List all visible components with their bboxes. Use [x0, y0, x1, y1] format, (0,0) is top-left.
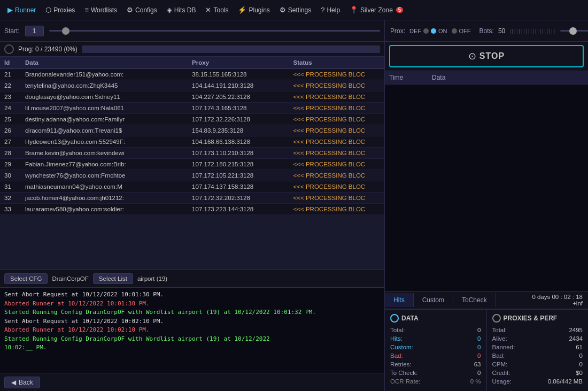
- table-row[interactable]: 23 douglasayu@yahoo.com:Sidney11 104.227…: [0, 91, 384, 103]
- back-button[interactable]: ◀ ◀ Back Back: [4, 377, 40, 388]
- stop-button[interactable]: ⊙ STOP: [458, 46, 515, 66]
- data-stats-panel: DATA Total: 0 Hits: 0 Custom: 0 Bad: 0: [385, 310, 487, 391]
- table-row[interactable]: 29 Fabian.Jimenez77@yahoo.com:Brib: 107.…: [0, 159, 384, 170]
- tab-custom[interactable]: Custom: [414, 293, 453, 307]
- proxy-off-label[interactable]: OFF: [459, 28, 471, 34]
- proxy-on-label[interactable]: ON: [438, 28, 447, 34]
- table-row[interactable]: 26 ciracom911@yahoo.com:Trevani1$ 154.83…: [0, 125, 384, 136]
- table-scroll-wrapper[interactable]: Id Data Proxy Status 21 Brandonalexander…: [0, 57, 384, 269]
- silverzone-badge: 5: [396, 7, 404, 13]
- stat-retries: Retries: 63: [390, 361, 481, 367]
- cell-data: lil.mouse2007@yahoo.com:Nala061: [21, 103, 188, 114]
- col-header-status: Status: [289, 57, 384, 69]
- start-slider[interactable]: [49, 30, 380, 32]
- col-header-id: Id: [0, 57, 21, 69]
- stat-retries-value: 63: [474, 361, 481, 367]
- nav-help[interactable]: ? Help: [316, 4, 344, 16]
- tab-hits[interactable]: Hits: [385, 293, 414, 307]
- cell-proxy: 107.172.180.215:3128: [188, 159, 289, 170]
- bots-row: Prox: DEF ON OFF Bots: 50 ||||||||||||||…: [385, 20, 588, 42]
- timer-line2: +inf: [572, 300, 583, 306]
- cell-proxy: 107.172.32.226:3128: [188, 114, 289, 125]
- nav-configs[interactable]: ⚙ Configs: [122, 4, 161, 16]
- nav-plugins[interactable]: ⚡ Plugins: [234, 4, 274, 16]
- cell-id: 31: [0, 181, 21, 193]
- stat-ocr-label: OCR Rate:: [390, 378, 420, 385]
- stat-hits: Hits: 0: [390, 335, 481, 342]
- cell-id: 25: [0, 114, 21, 125]
- tab-tocheck[interactable]: ToCheck: [453, 293, 496, 307]
- stat-bad: Bad: 0: [390, 352, 481, 359]
- nav-hitsdb[interactable]: ◈ Hits DB: [163, 4, 200, 16]
- perf-cpm-label: CPM:: [492, 361, 508, 367]
- cell-status: <<< PROCESSING BLOC: [289, 91, 384, 103]
- table-row[interactable]: 25 destiny.adanna@yahoo.com:Familyr 107.…: [0, 114, 384, 125]
- proxy-def-label[interactable]: DEF: [409, 28, 421, 34]
- log-area: Sent Abort Request at 10/12/2022 10:01:3…: [0, 287, 384, 373]
- cell-id: 21: [0, 69, 21, 80]
- help-icon: ?: [321, 6, 324, 14]
- select-list-button[interactable]: Select List: [93, 273, 133, 284]
- perf-alive: Alive: 2434: [492, 335, 583, 342]
- main-layout: Start: Prog: 0 / 23490 (0%) Id Dat: [0, 20, 588, 391]
- cell-id: 24: [0, 103, 21, 114]
- controls-bar: Start:: [0, 20, 384, 42]
- stat-bad-label: Bad:: [390, 352, 403, 359]
- data-stats-header: DATA: [390, 314, 481, 323]
- perf-credit-label: Credit:: [492, 370, 510, 376]
- bots-count-label: Bots:: [479, 27, 494, 35]
- nav-tools[interactable]: ✕ Tools: [201, 4, 233, 16]
- cell-proxy: 104.227.205.22:3128: [188, 91, 289, 103]
- proxy-off-dot: [452, 28, 457, 34]
- cell-data: Fabian.Jimenez77@yahoo.com:Brib:: [21, 159, 188, 170]
- table-row[interactable]: 24 lil.mouse2007@yahoo.com:Nala061 107.1…: [0, 103, 384, 114]
- bottom-toolbar: Select CFG DrainCorpOF Select List airpo…: [0, 269, 384, 287]
- table-row[interactable]: 27 Hydeowen13@yahoo.com:552949F: 104.168…: [0, 136, 384, 148]
- table-row[interactable]: 32 jacob.homer4@yahoo.com:jh01212: 107.1…: [0, 193, 384, 204]
- table-row[interactable]: 33 lauraramev580@yahoo.com:soldier: 107.…: [0, 204, 384, 215]
- table-row[interactable]: 31 mathiasneumann04@yahoo.com:M 107.174.…: [0, 181, 384, 193]
- table-row[interactable]: 22 tenytelina@yahoo.com:ZhqK3445 104.144…: [0, 80, 384, 91]
- select-cfg-button[interactable]: Select CFG: [4, 273, 48, 284]
- progress-bar-outer: [82, 45, 380, 53]
- cell-proxy: 107.174.3.165:3128: [188, 103, 289, 114]
- table-row[interactable]: 28 Brame.kevin@yahoo.com:kevindewi 107.1…: [0, 148, 384, 159]
- nav-silverzone[interactable]: 📍 Silver Zone 5: [345, 4, 407, 16]
- progress-text: Prog: 0 / 23490 (0%): [18, 45, 78, 53]
- perf-credit: Credit: $0: [492, 370, 583, 376]
- table-row[interactable]: 30 wynchester76@yahoo.com:Frnchtoe 107.1…: [0, 170, 384, 181]
- runner-icon: ▶: [7, 6, 13, 14]
- cell-id: 22: [0, 80, 21, 91]
- cell-status: <<< PROCESSING BLOC: [289, 148, 384, 159]
- cell-status: <<< PROCESSING BLOC: [289, 170, 384, 181]
- stop-circle-icon: ⊙: [468, 50, 476, 62]
- start-input[interactable]: [25, 26, 44, 36]
- config-name-label: DrainCorpOF: [52, 275, 88, 282]
- stat-ocr-value: 0 %: [470, 378, 481, 385]
- cell-data: wynchester76@yahoo.com:Frnchtoe: [21, 170, 188, 181]
- hitsdb-icon: ◈: [167, 6, 172, 14]
- cell-data: Brandonalexander151@yahoo.com:: [21, 69, 188, 80]
- log-entry: Started Running Config DrainCorpOF with …: [4, 335, 380, 344]
- nav-wordlists[interactable]: ≡ Wordlists: [80, 4, 121, 16]
- bots-label: Prox:: [390, 27, 405, 35]
- bots-slider[interactable]: [560, 30, 588, 32]
- cell-data: ciracom911@yahoo.com:Trevani1$: [21, 125, 188, 136]
- stat-retries-label: Retries:: [390, 361, 412, 367]
- perf-alive-value: 2434: [569, 335, 583, 342]
- cell-proxy: 107.172.32.202:3128: [188, 193, 289, 204]
- plugins-icon: ⚡: [238, 6, 246, 14]
- proxy-on-dot: [431, 28, 436, 34]
- stat-total-label: Total:: [390, 327, 405, 333]
- nav-runner[interactable]: ▶ Runner: [3, 4, 40, 16]
- nav-settings[interactable]: ⚙ Settings: [275, 4, 315, 16]
- table-row[interactable]: 21 Brandonalexander151@yahoo.com: 38.15.…: [0, 69, 384, 80]
- perf-usage-label: Usage:: [492, 378, 512, 385]
- cell-data: destiny.adanna@yahoo.com:Familyr: [21, 114, 188, 125]
- right-panel: Prox: DEF ON OFF Bots: 50 ||||||||||||||…: [385, 20, 588, 391]
- proxy-toggle-group: DEF ON OFF: [409, 28, 471, 34]
- cell-proxy: 107.172.105.221:3128: [188, 170, 289, 181]
- cell-status: <<< PROCESSING BLOC: [289, 125, 384, 136]
- nav-proxies[interactable]: ⬡ Proxies: [41, 4, 79, 16]
- perf-bad-value: 0: [579, 352, 583, 359]
